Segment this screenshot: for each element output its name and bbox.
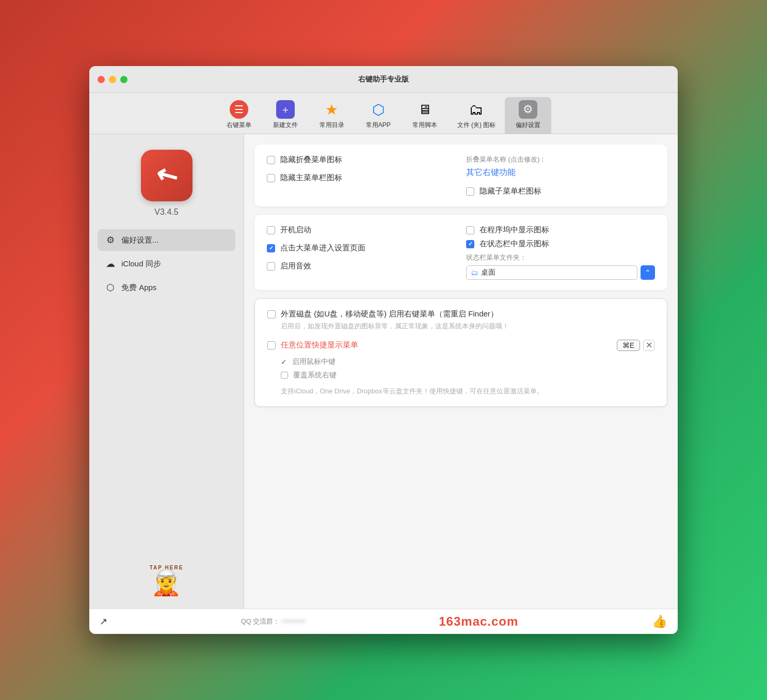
shortcut-key: ⌘E [617,340,640,351]
close-button[interactable] [98,76,105,83]
qq-number: •••••••••• [282,617,306,625]
settings-row-2: 开机启动 点击大菜单进入设置页面 启用音效 [267,225,655,280]
checkbox-quick-menu-box[interactable] [267,341,276,349]
sidebar-nav: ⚙ 偏好设置... ☁ iCloud 同步 ⬡ 免费 Apps [98,229,235,298]
sidebar-nav-label-icloud: iCloud 同步 [121,259,161,269]
card-hide-icons: 隐藏折叠菜单图标 隐藏主菜单栏图标 折叠菜单名称 (点击修改)： 其它右键功能 [254,145,667,206]
sub-item-override-right-click[interactable]: 覆盖系统右键 [267,369,654,382]
toolbar-label-right-click-menu: 右键菜单 [227,121,251,130]
checkbox-hide-fold-icon[interactable]: 隐藏折叠菜单图标 [267,155,456,165]
hide-menubar-icon-label: 隐藏主菜单栏图标 [280,173,342,183]
tap-here[interactable]: TAP HERE 🧝 [141,559,193,600]
toolbar-item-new-file[interactable]: ＋ 新建文件 [262,97,309,134]
main-content: ↖ V3.4.5 ⚙ 偏好设置... ☁ iCloud 同步 ⬡ 免费 Apps [89,134,678,609]
checkbox-auto-start-box[interactable] [267,226,275,234]
checkbox-click-to-settings-box[interactable] [267,244,275,252]
external-disk-label: 外置磁盘 (如U盘，移动硬盘等) 启用右键菜单（需重启 Finder） [281,309,498,319]
card-advanced: 外置磁盘 (如U盘，移动硬盘等) 启用右键菜单（需重启 Finder） 启用后，… [254,298,667,407]
checkbox-hide-fold-icon-box[interactable] [267,156,275,164]
settings-col-left-2: 开机启动 点击大菜单进入设置页面 启用音效 [267,225,456,271]
thumb-up-icon[interactable]: 👍 [652,614,667,629]
checkbox-show-in-dock[interactable]: 在程序坞中显示图标 [466,225,655,235]
folder-selector: 🗂 桌面 ⌃ [466,265,655,280]
auto-start-label: 开机启动 [280,225,311,235]
traffic-lights [98,76,127,83]
toolbar-label-file-folder-icon: 文件 (夹) 图标 [457,121,496,130]
checkbox-hide-submenubar-icon-box[interactable] [466,187,474,196]
toolbar-label-new-file: 新建文件 [273,121,298,130]
checkbox-hide-menubar-icon-box[interactable] [267,174,275,182]
toolbar-label-common-dir: 常用目录 [319,121,344,130]
enable-middle-click-label: 启用鼠标中键 [292,357,335,367]
quick-menu-label: 任意位置快捷显示菜单 [281,340,358,350]
sidebar-nav-item-free-apps[interactable]: ⬡ 免费 Apps [98,277,235,298]
show-in-dock-label: 在程序坞中显示图标 [480,225,549,235]
statusbar-folder-label: 状态栏菜单文件夹： [466,253,655,262]
shortcut-display: ⌘E ✕ [617,340,654,351]
settings-col-left-1: 隐藏折叠菜单图标 隐藏主菜单栏图标 [267,155,456,183]
sidebar-nav-label-preferences: 偏好设置... [121,235,159,245]
folder-name: 桌面 [481,268,496,277]
checkbox-external-disk[interactable]: 外置磁盘 (如U盘，移动硬盘等) 启用右键菜单（需重启 Finder） [267,309,654,319]
toolbar-item-preferences[interactable]: ⚙ 偏好设置 [505,97,551,134]
app-icon: ↖ [141,150,193,201]
hide-fold-icon-label: 隐藏折叠菜单图标 [280,155,342,165]
sub-item-middle-click: ✓ 启用鼠标中键 [267,355,654,369]
fold-menu-link[interactable]: 其它右键功能 [466,168,516,177]
checkbox-hide-menubar-icon[interactable]: 隐藏主菜单栏图标 [267,173,456,183]
sub-checkbox-override[interactable] [281,372,288,379]
folder-icon-small: 🗂 [471,268,478,277]
checkmark-icon: ✓ [281,358,287,366]
app-version: V3.4.5 [154,208,178,217]
card-startup-display: 开机启动 点击大菜单进入设置页面 启用音效 [254,215,667,290]
fold-menu-name-label: 折叠菜单名称 (点击修改)： [466,155,655,164]
hide-submenubar-icon-label: 隐藏子菜单栏图标 [480,186,541,196]
folder-select-display[interactable]: 🗂 桌面 [466,265,637,280]
checkbox-auto-start[interactable]: 开机启动 [267,225,456,235]
qq-group-label: QQ 交流群： •••••••••• [241,617,306,626]
sidebar-nav-item-icloud[interactable]: ☁ iCloud 同步 [98,253,235,275]
checkbox-show-in-statusbar-box[interactable] [466,240,474,248]
settings-row-1: 隐藏折叠菜单图标 隐藏主菜单栏图标 折叠菜单名称 (点击修改)： 其它右键功能 [267,155,655,196]
checkbox-click-to-settings[interactable]: 点击大菜单进入设置页面 [267,243,456,253]
checkbox-external-disk-box[interactable] [267,310,276,319]
checkbox-enable-sound[interactable]: 启用音效 [267,261,456,271]
toolbar-label-preferences: 偏好设置 [516,121,540,130]
sidebar-nav-label-free-apps: 免费 Apps [121,283,156,293]
toolbar-item-common-dir[interactable]: ★ 常用目录 [309,97,355,134]
toolbar-item-file-folder-icon[interactable]: 🗂 文件 (夹) 图标 [448,97,505,134]
toolbar-item-common-app[interactable]: ⬡ 常用APP [355,97,402,134]
watermark: 163mac.com [439,614,518,629]
toolbar-item-right-click-menu[interactable]: ☰ 右键菜单 [216,97,262,134]
toolbar-label-common-script: 常用脚本 [412,121,437,130]
toolbar-label-common-app: 常用APP [366,121,391,130]
toolbar-item-common-script[interactable]: 🖥 常用脚本 [402,97,448,134]
external-disk-section: 外置磁盘 (如U盘，移动硬盘等) 启用右键菜单（需重启 Finder） 启用后，… [267,309,654,331]
settings-content: 隐藏折叠菜单图标 隐藏主菜单栏图标 折叠菜单名称 (点击修改)： 其它右键功能 [244,134,678,609]
app-store-icon: ⬡ [105,282,116,293]
window-title: 右键助手专业版 [358,75,409,84]
checkbox-hide-submenubar-icon[interactable]: 隐藏子菜单栏图标 [466,186,655,196]
quick-menu-desc: 支持iCloud，One Drive，Dropbox等云盘文件夹！使用快捷键，可… [267,386,654,396]
sidebar-nav-item-preferences[interactable]: ⚙ 偏好设置... [98,229,235,251]
maximize-button[interactable] [120,76,127,83]
clear-shortcut-button[interactable]: ✕ [643,340,654,351]
gear-icon: ⚙ [105,234,116,246]
cloud-icon: ☁ [105,258,116,269]
checkbox-quick-menu[interactable]: 任意位置快捷显示菜单 [267,340,358,350]
checkbox-enable-sound-box[interactable] [267,262,275,271]
sidebar: ↖ V3.4.5 ⚙ 偏好设置... ☁ iCloud 同步 ⬡ 免费 Apps [89,134,244,609]
toolbar: ☰ 右键菜单 ＋ 新建文件 ★ 常用目录 ⬡ 常用APP [89,93,678,134]
folder-select-arrow[interactable]: ⌃ [641,265,655,280]
sidebar-bottom: TAP HERE 🧝 [141,559,193,600]
bottom-bar: ↗ QQ 交流群： •••••••••• 163mac.com 👍 [89,609,678,634]
override-right-click-label: 覆盖系统右键 [293,371,337,380]
checkbox-show-in-dock-box[interactable] [466,226,474,234]
titlebar: 右键助手专业版 [89,66,678,93]
settings-col-right-1: 折叠菜单名称 (点击修改)： 其它右键功能 隐藏子菜单栏图标 [466,155,655,196]
checkbox-show-in-statusbar[interactable]: 在状态栏中显示图标 [466,239,655,249]
click-to-settings-label: 点击大菜单进入设置页面 [280,243,365,253]
external-link-icon[interactable]: ↗ [100,616,107,627]
minimize-button[interactable] [109,76,116,83]
external-disk-desc: 启用后，如发现外置磁盘的图标异常，属正常现象，这是系统本身的问题哦！ [267,321,654,331]
